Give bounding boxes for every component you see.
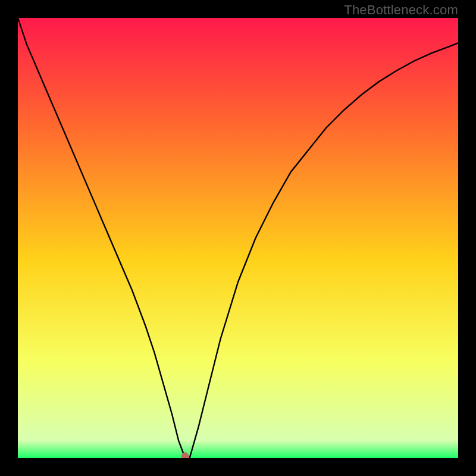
watermark-text: TheBottleneck.com	[344, 2, 458, 18]
bottleneck-curve	[18, 18, 458, 458]
min-point-marker	[181, 452, 189, 458]
curve-layer	[18, 18, 458, 458]
plot-area	[18, 18, 458, 458]
chart-frame: TheBottleneck.com	[0, 0, 476, 476]
